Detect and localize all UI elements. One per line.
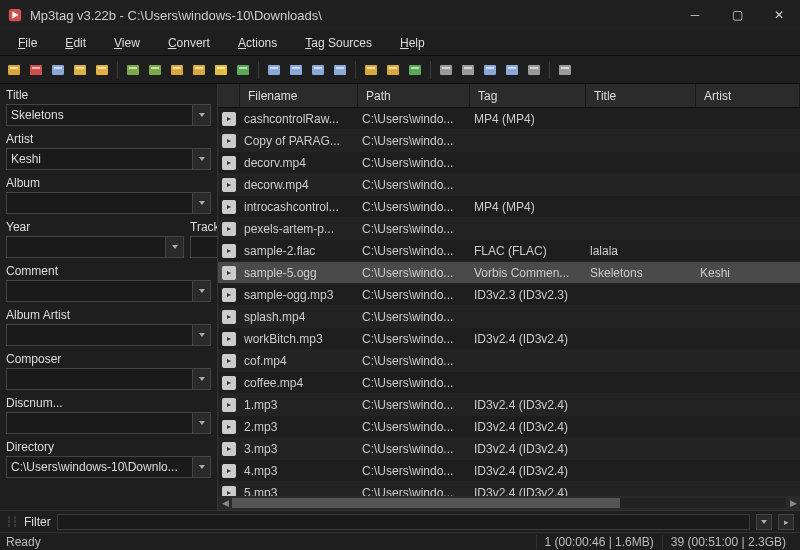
col-tag[interactable]: Tag: [470, 84, 586, 107]
menu-actions[interactable]: Actions: [226, 33, 289, 53]
label-title: Title: [6, 88, 211, 102]
text-to-tag-icon[interactable]: [330, 60, 350, 80]
scroll-thumb[interactable]: [232, 498, 620, 508]
folder-icon[interactable]: [167, 60, 187, 80]
cut-icon[interactable]: [48, 60, 68, 80]
table-row[interactable]: cof.mp4C:\Users\windo...: [218, 350, 800, 372]
filter-input[interactable]: [57, 514, 750, 530]
actions-icon[interactable]: [361, 60, 381, 80]
menu-view[interactable]: View: [102, 33, 152, 53]
menu-file[interactable]: File: [6, 33, 49, 53]
table-row[interactable]: coffee.mp4C:\Users\windo...: [218, 372, 800, 394]
filter-grip-icon[interactable]: ┆┆: [6, 516, 18, 527]
dropdown-year[interactable]: [166, 236, 184, 258]
autonumber-icon[interactable]: [405, 60, 425, 80]
col-title[interactable]: Title: [586, 84, 696, 107]
table-row[interactable]: 4.mp3C:\Users\windo...ID3v2.4 (ID3v2.4): [218, 460, 800, 482]
col-path[interactable]: Path: [358, 84, 470, 107]
file-to-tag-icon[interactable]: [308, 60, 328, 80]
open-folder-icon[interactable]: [4, 60, 24, 80]
menu-edit[interactable]: Edit: [53, 33, 98, 53]
col-artist[interactable]: Artist: [696, 84, 800, 107]
table-row[interactable]: 2.mp3C:\Users\windo...ID3v2.4 (ID3v2.4): [218, 416, 800, 438]
table-row[interactable]: 3.mp3C:\Users\windo...ID3v2.4 (ID3v2.4): [218, 438, 800, 460]
dropdown-directory[interactable]: [193, 456, 211, 478]
table-row[interactable]: decorw.mp4C:\Users\windo...: [218, 174, 800, 196]
dropdown-album[interactable]: [193, 192, 211, 214]
input-album[interactable]: [6, 192, 193, 214]
redo-icon[interactable]: [92, 60, 112, 80]
file-icon: [222, 200, 236, 214]
remove-tag-icon[interactable]: [524, 60, 544, 80]
cell-title: [586, 205, 696, 209]
playlist-icon[interactable]: [264, 60, 284, 80]
scroll-right-icon[interactable]: ▶: [786, 496, 800, 510]
cell-artist: [696, 139, 800, 143]
table-row[interactable]: sample-ogg.mp3C:\Users\windo...ID3v2.3 (…: [218, 284, 800, 306]
table-body[interactable]: cashcontrolRaw...C:\Users\windo...MP4 (M…: [218, 108, 800, 496]
input-year[interactable]: [6, 236, 166, 258]
dropdown-discnum[interactable]: [193, 412, 211, 434]
save-all-icon[interactable]: [145, 60, 165, 80]
action-quick-icon[interactable]: [383, 60, 403, 80]
paste-tag-icon[interactable]: [502, 60, 522, 80]
menu-convert[interactable]: Convert: [156, 33, 222, 53]
input-directory[interactable]: [6, 456, 193, 478]
tag-to-file-icon[interactable]: [286, 60, 306, 80]
copy-tag-icon[interactable]: [480, 60, 500, 80]
status-selection: 1 (00:00:46 | 1.6MB): [536, 535, 662, 549]
table-row[interactable]: sample-2.flacC:\Users\windo...FLAC (FLAC…: [218, 240, 800, 262]
scroll-left-icon[interactable]: ◀: [218, 496, 232, 510]
file-icon: [222, 464, 236, 478]
cell-filename: 1.mp3: [240, 396, 358, 414]
window-maximize-button[interactable]: ▢: [716, 0, 758, 30]
table-row[interactable]: Copy of PARAG...C:\Users\windo...: [218, 130, 800, 152]
table-row[interactable]: cashcontrolRaw...C:\Users\windo...MP4 (M…: [218, 108, 800, 130]
dropdown-composer[interactable]: [193, 368, 211, 390]
input-artist[interactable]: [6, 148, 193, 170]
window-close-button[interactable]: ✕: [758, 0, 800, 30]
delete-icon[interactable]: [26, 60, 46, 80]
paste-icon[interactable]: [458, 60, 478, 80]
cell-tag: [470, 161, 586, 165]
file-icon: [222, 134, 236, 148]
svg-rect-29: [334, 65, 346, 75]
undo-icon[interactable]: [70, 60, 90, 80]
menu-tag-sources[interactable]: Tag Sources: [293, 33, 384, 53]
table-row[interactable]: splash.mp4C:\Users\windo...: [218, 306, 800, 328]
table-row[interactable]: 5.mp3C:\Users\windo...ID3v2.4 (ID3v2.4): [218, 482, 800, 496]
copy-icon[interactable]: [436, 60, 456, 80]
dropdown-title[interactable]: [193, 104, 211, 126]
dropdown-albumartist[interactable]: [193, 324, 211, 346]
dropdown-artist[interactable]: [193, 148, 211, 170]
filter-close-button[interactable]: ▸: [778, 514, 794, 530]
col-filename[interactable]: Filename: [240, 84, 358, 107]
table-row[interactable]: sample-5.oggC:\Users\windo...Vorbis Comm…: [218, 262, 800, 284]
input-track[interactable]: [190, 236, 218, 258]
input-discnum[interactable]: [6, 412, 193, 434]
filter-dropdown-button[interactable]: [756, 514, 772, 530]
input-composer[interactable]: [6, 368, 193, 390]
table-row[interactable]: decorv.mp4C:\Users\windo...: [218, 152, 800, 174]
input-comment[interactable]: [6, 280, 193, 302]
table-row[interactable]: 1.mp3C:\Users\windo...ID3v2.4 (ID3v2.4): [218, 394, 800, 416]
input-title[interactable]: [6, 104, 193, 126]
col-icon[interactable]: [218, 84, 240, 107]
cell-title: [586, 183, 696, 187]
save-icon[interactable]: [123, 60, 143, 80]
dropdown-comment[interactable]: [193, 280, 211, 302]
input-albumartist[interactable]: [6, 324, 193, 346]
refresh-icon[interactable]: [233, 60, 253, 80]
window-minimize-button[interactable]: ─: [674, 0, 716, 30]
menu-help[interactable]: Help: [388, 33, 437, 53]
cell-title: [586, 425, 696, 429]
favorite-icon[interactable]: [211, 60, 231, 80]
horizontal-scrollbar[interactable]: ◀ ▶: [218, 496, 800, 510]
table-row[interactable]: pexels-artem-p...C:\Users\windo...: [218, 218, 800, 240]
table-row[interactable]: workBitch.mp3C:\Users\windo...ID3v2.4 (I…: [218, 328, 800, 350]
svg-rect-33: [387, 65, 399, 75]
table-row[interactable]: introcashcontrol...C:\Users\windo...MP4 …: [218, 196, 800, 218]
tools-icon[interactable]: [555, 60, 575, 80]
scroll-track[interactable]: [232, 498, 786, 508]
folder-add-icon[interactable]: [189, 60, 209, 80]
